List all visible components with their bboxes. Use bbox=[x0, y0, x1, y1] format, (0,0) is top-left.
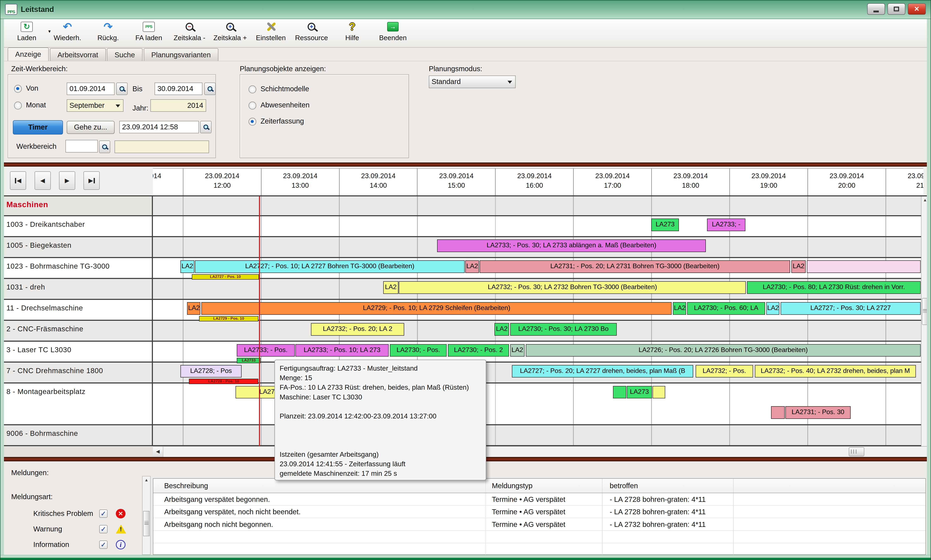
nav-first-button[interactable]: ◀ bbox=[10, 171, 26, 190]
minimize-button[interactable] bbox=[867, 3, 885, 15]
goto-picker-button[interactable] bbox=[200, 121, 212, 134]
gantt-bar[interactable]: LA2731; - Pos. 20; LA 2731 Bohren TG-300… bbox=[480, 260, 790, 273]
gantt-bar[interactable]: LA2730; - Pos. 60; LA bbox=[687, 302, 765, 315]
gantt-bar[interactable]: LA2727; - Pos. 30; LA 2727 bbox=[781, 302, 921, 315]
toolbar-einstellen-button[interactable]: Einstellen bbox=[250, 20, 291, 46]
von-date-picker-button[interactable] bbox=[116, 83, 128, 95]
messages-scrollbar[interactable]: ▲ bbox=[142, 476, 150, 555]
gantt-bar[interactable]: LA2 bbox=[510, 344, 525, 357]
scroll-left-icon[interactable]: ◀ bbox=[153, 446, 163, 457]
gantt-bar[interactable]: LA2730; - Pos. 30; LA 2730 Bo bbox=[510, 323, 617, 336]
von-date-field[interactable]: 01.09.2014 bbox=[67, 83, 114, 95]
toolbar-faladen-button[interactable]: PPSFA laden bbox=[128, 20, 169, 46]
tab-suche[interactable]: Suche bbox=[107, 48, 142, 61]
gantt-bar[interactable]: LA2733; - Pos. bbox=[237, 344, 295, 357]
gantt-bar[interactable] bbox=[653, 386, 665, 398]
gantt-bar[interactable] bbox=[613, 386, 626, 398]
werkbereich-picker-button[interactable] bbox=[99, 140, 110, 153]
tab-arbeitsvorrat[interactable]: Arbeitsvorrat bbox=[50, 48, 106, 61]
machine-timeline[interactable] bbox=[153, 216, 930, 236]
planungsmodus-select[interactable]: Standard bbox=[429, 75, 516, 88]
gantt-bar[interactable]: LA2733; - Pos. 30; LA 2733 ablängen a. M… bbox=[437, 240, 706, 252]
gantt-bar[interactable]: LA2 bbox=[766, 302, 780, 315]
messages-scroll-thumb[interactable] bbox=[143, 511, 150, 536]
gantt-bar[interactable]: LA2731; - Pos. 30 bbox=[785, 406, 851, 419]
gehe-zu-button[interactable]: Gehe zu... bbox=[67, 121, 114, 134]
gantt-bar[interactable]: LA2728; - Pos bbox=[181, 365, 242, 378]
scroll-up-icon[interactable]: ▲ bbox=[142, 478, 150, 482]
tab-anzeige[interactable]: Anzeige bbox=[8, 48, 49, 61]
month-select[interactable]: September bbox=[67, 99, 124, 112]
maximize-button[interactable] bbox=[888, 3, 906, 15]
gantt-bar[interactable]: LA273 bbox=[627, 386, 652, 398]
toolbar-wiederh-button[interactable]: ↶Wiederh. bbox=[47, 20, 88, 46]
planungsobjekte-radio-0[interactable] bbox=[249, 85, 256, 93]
exit-icon: → bbox=[387, 20, 398, 33]
gantt-bar[interactable]: LA2 bbox=[465, 260, 479, 273]
nav-prev-button[interactable]: ◀ bbox=[35, 171, 51, 190]
gantt-bar[interactable] bbox=[771, 406, 785, 419]
message-type-checkbox[interactable]: ✓ bbox=[99, 509, 108, 518]
window-title: Leitstand bbox=[21, 5, 54, 14]
gantt-bar[interactable]: LA2728 - Pos. 10 bbox=[189, 379, 258, 384]
gantt-bar[interactable]: LA2727; - Pos. 20; LA 2727 drehen, beide… bbox=[512, 365, 693, 378]
timer-button[interactable]: Timer bbox=[13, 120, 63, 134]
nav-last-button[interactable]: ▶ bbox=[83, 171, 100, 190]
faladen-label: FA laden bbox=[136, 34, 162, 42]
gantt-bar[interactable]: LA2732; - Pos. 30; LA 2732 Bohren TG-300… bbox=[399, 281, 746, 294]
gantt-bar[interactable]: LA2733; - bbox=[707, 218, 746, 231]
gantt-bar[interactable]: LA2733; - Pos. 10; LA 273 bbox=[295, 344, 389, 357]
gantt-horizontal-scrollbar[interactable]: ◀ bbox=[153, 446, 929, 457]
toolbar-laden-button[interactable]: ↻Laden▾ bbox=[6, 20, 47, 46]
toolbar-zeitminus-button[interactable]: −Zeitskala - bbox=[169, 20, 210, 46]
jahr-field[interactable]: 2014 bbox=[150, 99, 206, 112]
nav-next-button[interactable]: ▶ bbox=[59, 171, 75, 190]
gantt-bar[interactable]: LA2 bbox=[187, 302, 200, 315]
message-row[interactable]: Arbeitsgang verspätet begonnen.Termine •… bbox=[153, 493, 925, 506]
planungsobjekte-radio-1[interactable] bbox=[249, 102, 256, 109]
message-type-checkbox[interactable]: ✓ bbox=[99, 525, 108, 533]
gantt-bar[interactable] bbox=[807, 260, 921, 273]
gantt-bar[interactable]: LA2729; - Pos. 10; LA 2729 Schleifen (Be… bbox=[201, 302, 672, 315]
gantt-bar[interactable]: LA2730; - Pos. bbox=[390, 344, 447, 357]
message-type-checkbox[interactable]: ✓ bbox=[99, 540, 108, 549]
gantt-bar[interactable]: LA2730; - Pos. 80; LA 2730 Rüst: drehen … bbox=[747, 281, 921, 294]
bis-date-picker-button[interactable] bbox=[204, 83, 216, 95]
close-button[interactable]: ✕ bbox=[908, 3, 926, 15]
gantt-bar[interactable]: LA2727; - Pos. 10; LA 2727 Bohren TG-300… bbox=[195, 260, 465, 273]
gantt-bar[interactable]: LA2726; - Pos. 20; LA 2726 Bohren TG-300… bbox=[526, 344, 921, 357]
gantt-bar[interactable]: LA2732; - Pos. 20; LA 2 bbox=[311, 323, 405, 336]
machine-timeline[interactable] bbox=[153, 425, 930, 445]
gantt-bar[interactable]: LA2 bbox=[181, 260, 194, 273]
gantt-bar[interactable]: LA2730; - Pos. 2 bbox=[448, 344, 509, 357]
horizontal-scroll-thumb[interactable] bbox=[849, 447, 864, 456]
gantt-bar[interactable]: LA2 bbox=[673, 302, 686, 315]
toolbar-beenden-button[interactable]: →Beenden bbox=[372, 20, 413, 46]
gantt-bar[interactable]: LA273 bbox=[652, 218, 679, 231]
gantt-bar[interactable]: LA2729 - Pos. 10 bbox=[199, 316, 258, 322]
messages-table: BeschreibungMeldungstypbetroffen Arbeits… bbox=[153, 478, 926, 555]
gantt-bar[interactable]: LA2 bbox=[494, 323, 509, 336]
planungsobjekte-radio-2[interactable] bbox=[249, 118, 256, 126]
timeline-column: 23.09.201411:00 bbox=[153, 168, 183, 195]
message-row[interactable]: Arbeitsgang verspätet, noch nicht beende… bbox=[153, 506, 925, 518]
monat-radio[interactable] bbox=[14, 102, 22, 109]
machine-label: 1005 - Biegekasten bbox=[0, 237, 153, 257]
gantt-bar[interactable]: LA2732; - Pos. 40; LA 2732 drehen, beide… bbox=[755, 365, 916, 378]
toolbar-ressource-button[interactable]: +Ressource bbox=[291, 20, 332, 46]
toolbar-hilfe-button[interactable]: ?Hilfe bbox=[332, 20, 372, 46]
gantt-bar[interactable]: LA2 bbox=[791, 260, 806, 273]
toolbar-rueckg-button[interactable]: ↷Rückg. bbox=[88, 20, 128, 46]
gantt-bar[interactable]: LA2733 bbox=[237, 358, 261, 363]
werkbereich-field[interactable] bbox=[65, 140, 98, 152]
message-row[interactable]: Arbeitsgang noch nicht begonnen.Termine … bbox=[153, 518, 925, 531]
von-radio[interactable] bbox=[14, 85, 22, 93]
toolbar-zeitplus-button[interactable]: +Zeitskala + bbox=[210, 20, 250, 46]
gantt-bar[interactable]: LA2732; - Pos. bbox=[696, 365, 753, 378]
gantt-bar[interactable]: LA2 bbox=[383, 281, 398, 294]
gantt-bar[interactable]: LA2727 - Pos. 10 bbox=[192, 274, 259, 280]
timeline-column-time: 11:00 bbox=[153, 181, 183, 190]
goto-datetime-field[interactable]: 23.09.2014 12:58 bbox=[119, 121, 199, 134]
tab-planungsvarianten[interactable]: Planungsvarianten bbox=[144, 48, 218, 61]
bis-date-field[interactable]: 30.09.2014 bbox=[154, 83, 202, 95]
